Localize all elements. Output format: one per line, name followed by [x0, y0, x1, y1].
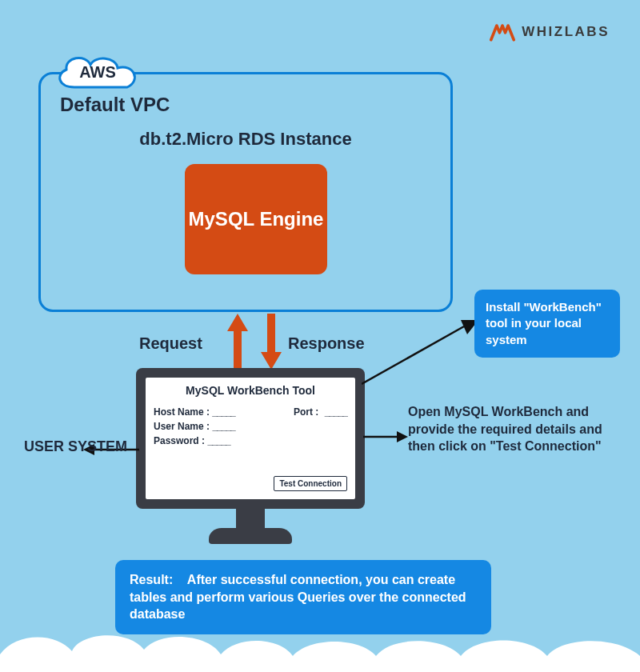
svg-line-4: [362, 326, 464, 384]
user-system-label: USER SYSTEM: [24, 438, 127, 456]
svg-marker-0: [227, 314, 248, 370]
test-connection-button[interactable]: Test Connection: [274, 476, 347, 491]
svg-marker-7: [397, 431, 408, 442]
password-field[interactable]: Password : _____: [154, 435, 289, 446]
host-field[interactable]: Host Name : _____: [154, 406, 289, 418]
monitor-stand: [236, 502, 265, 530]
workbench-title: MySQL WorkBench Tool: [154, 384, 347, 397]
mysql-engine-label: MySQL Engine: [189, 208, 324, 231]
user-monitor: MySQL WorkBench Tool Host Name : _____ U…: [136, 368, 365, 544]
vpc-title: Default VPC: [60, 94, 170, 116]
install-callout: Install "WorkBench" tool in your local s…: [474, 290, 620, 358]
monitor-screen: MySQL WorkBench Tool Host Name : _____ U…: [146, 378, 355, 499]
rds-instance-label: db.t2.Micro RDS Instance: [41, 129, 450, 150]
brand-logo: WHIZLABS: [490, 22, 610, 42]
arrow-to-install-callout: [362, 320, 478, 386]
mysql-engine-box: MySQL Engine: [185, 164, 327, 274]
user-field[interactable]: User Name : _____: [154, 421, 289, 432]
result-label: Result:: [130, 571, 184, 589]
response-label: Response: [288, 334, 365, 353]
open-workbench-step: Open MySQL WorkBench and provide the req…: [408, 403, 624, 455]
vpc-container: AWS Default VPC db.t2.Micro RDS Instance…: [38, 72, 453, 312]
whizlabs-icon: [490, 22, 515, 42]
footer-clouds-icon: [0, 616, 640, 672]
aws-cloud-badge: AWS: [50, 52, 145, 92]
monitor-base: [209, 528, 292, 544]
arrow-to-open-step: [363, 429, 408, 445]
brand-name: WHIZLABS: [522, 24, 610, 40]
port-field[interactable]: Port : _____: [294, 406, 347, 418]
svg-marker-1: [261, 314, 282, 370]
request-label: Request: [139, 334, 202, 353]
request-arrow-icon: [227, 314, 248, 370]
monitor-frame: MySQL WorkBench Tool Host Name : _____ U…: [136, 368, 365, 509]
aws-label: AWS: [50, 63, 145, 82]
response-arrow-icon: [261, 314, 282, 370]
